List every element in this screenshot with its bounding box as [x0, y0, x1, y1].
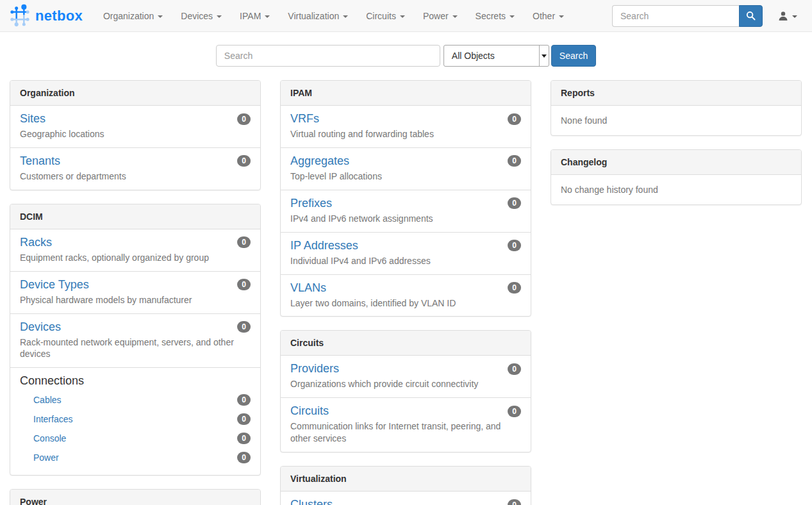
- panel-title: Reports: [551, 81, 801, 106]
- panel-title: Circuits: [281, 331, 531, 356]
- count-badge: 0: [237, 321, 251, 333]
- nav-item-power[interactable]: Power: [414, 0, 467, 32]
- nav-item-secrets[interactable]: Secrets: [467, 0, 524, 32]
- count-badge: 0: [508, 240, 521, 251]
- panel-title: IPAM: [281, 81, 531, 106]
- count-badge: 0: [237, 236, 251, 248]
- nav-item-circuits[interactable]: Circuits: [357, 0, 414, 32]
- magnifier-icon: [746, 11, 756, 21]
- count-badge: 0: [237, 433, 251, 444]
- top-navbar: netbox Organization Devices IPAM Virtual…: [0, 0, 812, 32]
- count-badge: 0: [508, 363, 521, 375]
- nav-item-other[interactable]: Other: [524, 0, 573, 32]
- navbar-search-button[interactable]: [739, 5, 763, 27]
- netbox-logo-icon: [10, 4, 31, 28]
- aggregates-link[interactable]: Aggregates: [290, 154, 349, 168]
- item-description: Customers or departments: [20, 170, 251, 183]
- item-description: Communication links for Internet transit…: [290, 420, 521, 445]
- circuits-link[interactable]: Circuits: [290, 404, 329, 418]
- nav-label: Other: [533, 11, 555, 21]
- connection-row-power: Power 0: [20, 448, 251, 467]
- netbox-brand[interactable]: netbox: [10, 4, 83, 28]
- column-right: Reports None found Changelog No change h…: [551, 80, 802, 219]
- count-badge: 0: [508, 282, 521, 294]
- item-description: Top-level IP allocations: [290, 170, 521, 183]
- cables-link[interactable]: Cables: [33, 395, 62, 405]
- interfaces-link[interactable]: Interfaces: [33, 414, 72, 424]
- global-search-input[interactable]: [216, 45, 440, 67]
- item-description: Organizations which provide circuit conn…: [290, 378, 521, 390]
- list-item-aggregates: Aggregates 0 Top-level IP allocations: [281, 147, 531, 190]
- panel-power: Power: [10, 489, 261, 505]
- navbar-search-input[interactable]: [612, 5, 739, 27]
- count-badge: 0: [237, 279, 251, 290]
- count-badge: 0: [508, 406, 521, 417]
- panel-dcim: DCIM Racks 0 Equipment racks, optionally…: [10, 204, 261, 476]
- panel-title: Power: [10, 490, 260, 505]
- connection-row-console: Console 0: [20, 429, 251, 448]
- connection-row-interfaces: Interfaces 0: [20, 410, 251, 429]
- panel-organization: Organization Sites 0 Geographic location…: [10, 80, 261, 190]
- list-item-vlans: VLANs 0 Layer two domains, identified by…: [281, 274, 531, 317]
- panel-title: Organization: [10, 81, 260, 106]
- item-description: Equipment racks, optionally organized by…: [20, 252, 251, 264]
- device-types-link[interactable]: Device Types: [20, 278, 89, 292]
- count-badge: 0: [508, 113, 521, 125]
- vrfs-link[interactable]: VRFs: [290, 112, 319, 126]
- chevron-down-icon: [510, 15, 515, 18]
- sites-link[interactable]: Sites: [20, 112, 46, 126]
- providers-link[interactable]: Providers: [290, 362, 339, 376]
- count-badge: 0: [237, 394, 251, 406]
- item-description: Geographic locations: [20, 128, 251, 140]
- list-item-device-types: Device Types 0 Physical hardware models …: [10, 271, 260, 313]
- panel-title: Virtualization: [281, 467, 531, 492]
- prefixes-link[interactable]: Prefixes: [290, 197, 332, 210]
- nav-label: IPAM: [240, 11, 261, 21]
- clusters-link[interactable]: Clusters: [290, 498, 333, 505]
- console-link[interactable]: Console: [33, 433, 66, 443]
- navbar-search-group: [612, 5, 763, 27]
- dashboard-content: Organization Sites 0 Geographic location…: [0, 67, 812, 505]
- panel-virtualization: Virtualization Clusters 0: [280, 466, 531, 505]
- power-connections-link[interactable]: Power: [33, 452, 59, 463]
- nav-label: Virtualization: [288, 11, 339, 21]
- user-menu[interactable]: [773, 11, 802, 21]
- list-item-vrfs: VRFs 0 Virtual routing and forwarding ta…: [281, 106, 531, 147]
- panel-ipam: IPAM VRFs 0 Virtual routing and forwardi…: [280, 80, 531, 317]
- connections-section: Connections Cables 0 Interfaces 0 Consol…: [10, 367, 260, 475]
- list-item-ip-addresses: IP Addresses 0 Individual IPv4 and IPv6 …: [281, 232, 531, 274]
- nav-label: Devices: [181, 11, 213, 21]
- nav-item-organization[interactable]: Organization: [94, 0, 172, 32]
- count-badge: 0: [508, 197, 521, 209]
- nav-item-virtualization[interactable]: Virtualization: [279, 0, 357, 32]
- count-badge: 0: [237, 413, 251, 425]
- person-icon: [778, 11, 788, 21]
- list-item-providers: Providers 0 Organizations which provide …: [281, 356, 531, 397]
- nav-item-devices[interactable]: Devices: [172, 0, 231, 32]
- item-description: Virtual routing and forwarding tables: [290, 128, 521, 140]
- chevron-down-icon: [542, 54, 547, 58]
- panel-changelog: Changelog No change history found: [551, 149, 802, 205]
- list-item-sites: Sites 0 Geographic locations: [10, 106, 260, 147]
- panel-title: DCIM: [10, 204, 260, 229]
- reports-empty-text: None found: [551, 106, 801, 135]
- item-description: Rack-mounted network equipment, servers,…: [20, 336, 251, 361]
- global-search-button[interactable]: Search: [551, 45, 596, 67]
- list-item-prefixes: Prefixes 0 IPv4 and IPv6 network assignm…: [281, 190, 531, 232]
- column-middle: IPAM VRFs 0 Virtual routing and forwardi…: [280, 80, 531, 505]
- devices-link[interactable]: Devices: [20, 320, 61, 334]
- racks-link[interactable]: Racks: [20, 236, 52, 249]
- vlans-link[interactable]: VLANs: [290, 281, 326, 295]
- count-badge: 0: [237, 155, 251, 167]
- chevron-down-icon: [559, 15, 564, 18]
- nav-label: Organization: [103, 11, 154, 21]
- tenants-link[interactable]: Tenants: [20, 154, 60, 168]
- column-left: Organization Sites 0 Geographic location…: [10, 80, 261, 505]
- list-item-tenants: Tenants 0 Customers or departments: [10, 147, 260, 190]
- panel-title: Changelog: [551, 150, 801, 175]
- nav-label: Power: [423, 11, 449, 21]
- nav-item-ipam[interactable]: IPAM: [231, 0, 279, 32]
- chevron-down-icon: [792, 15, 797, 18]
- object-type-select[interactable]: All Objects: [443, 45, 549, 67]
- ip-addresses-link[interactable]: IP Addresses: [290, 239, 358, 252]
